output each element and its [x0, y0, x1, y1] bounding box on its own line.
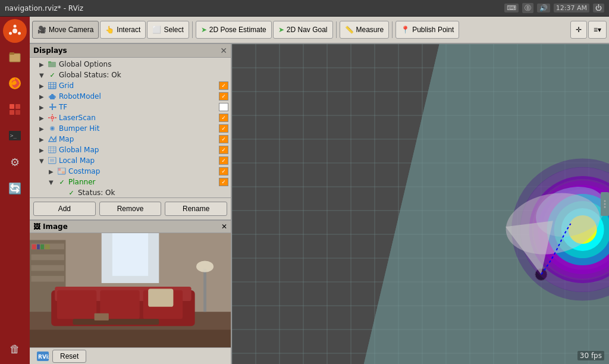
tree-item-tf[interactable]: ▶ TF — [30, 102, 231, 112]
toolbar-sep-2 — [336, 21, 337, 38]
tree-item-grid[interactable]: ▶ Grid — [30, 80, 231, 91]
select-button[interactable]: ⬜ Select — [147, 21, 189, 39]
arrow-bumper-hit: ▶ — [39, 125, 46, 132]
main-layout: >_ ⚙ 🔄 🗑 🎥 Move Camera 👆 Interact ⬜ — [0, 17, 609, 364]
files-icon[interactable] — [3, 45, 27, 69]
tree-item-local-map[interactable]: ▼ Local Map — [30, 155, 231, 166]
checkbox-map[interactable] — [219, 135, 228, 143]
checkbox-laser-scan[interactable] — [219, 114, 228, 122]
svg-text:RViz: RViz — [38, 354, 49, 360]
titlebar: navigation.rviz* - RViz ⌨ Ⓑ 🔊 12:37 AM ⏻ — [0, 0, 609, 17]
displays-tree[interactable]: ▶ Global Options ▼ ✓ Global Status: Ok — [30, 58, 231, 197]
svg-rect-62 — [57, 290, 96, 319]
bottom-bar: RViz Reset — [30, 347, 231, 364]
move-camera-button[interactable]: 🎥 Move Camera — [32, 21, 99, 39]
titlebar-controls: ⌨ Ⓑ 🔊 12:37 AM ⏻ — [504, 3, 604, 13]
rviz-label: RViz — [33, 350, 52, 362]
arrow-global-map: ▶ — [39, 147, 46, 153]
add-button[interactable]: Add — [33, 202, 96, 216]
terminal-icon[interactable]: >_ — [3, 124, 27, 148]
tree-item-bumper-hit[interactable]: ▶ Bumper Hit — [30, 123, 231, 134]
svg-rect-8 — [10, 104, 14, 109]
pose-estimate-button[interactable]: ➤ 2D Pose Estimate — [196, 21, 272, 39]
remove-button[interactable]: Remove — [99, 202, 162, 216]
nav-goal-button[interactable]: ➤ 2D Nav Goal — [273, 21, 333, 39]
publish-point-button[interactable]: 📍 Publish Point — [395, 21, 459, 39]
svg-point-4 — [9, 32, 12, 35]
check-icon-status: ✓ — [67, 189, 76, 197]
measure-icon: 📏 — [345, 26, 354, 34]
apps-icon[interactable] — [3, 98, 27, 121]
arrow-local-map: ▼ — [39, 158, 46, 164]
tree-item-planner[interactable]: ▼ ✓ Planner — [30, 177, 231, 187]
arrow-grid: ▶ — [39, 83, 46, 89]
reset-button[interactable]: Reset — [52, 350, 86, 363]
svg-rect-68 — [73, 319, 159, 325]
image-panel-close[interactable]: ✕ — [221, 222, 227, 231]
svg-rect-11 — [15, 110, 20, 115]
more-button[interactable]: ≡▾ — [588, 21, 607, 39]
keyboard-icon: ⌨ — [504, 4, 519, 12]
global-map-icon — [48, 146, 57, 154]
label-local-map: Local Map — [59, 156, 216, 165]
svg-rect-37 — [48, 146, 56, 153]
tree-item-global-map[interactable]: ▶ Global Map — [30, 145, 231, 155]
checkbox-robot-model[interactable] — [219, 92, 228, 101]
crosshair-button[interactable]: ✛ — [570, 21, 587, 39]
tree-item-laser-scan[interactable]: ▶ LaserScan — [30, 112, 231, 123]
settings-icon[interactable]: ⚙ — [3, 150, 27, 174]
right-panel: 🎥 Move Camera 👆 Interact ⬜ Select ➤ 2D P… — [30, 17, 609, 364]
tree-item-costmap[interactable]: ▶ Costmap — [30, 166, 231, 177]
interact-label: Interact — [117, 26, 140, 34]
tree-item-robot-model[interactable]: ▶ RobotModel — [30, 91, 231, 102]
checkbox-grid[interactable] — [219, 81, 228, 90]
displays-close-button[interactable]: ✕ — [220, 46, 227, 55]
svg-rect-58 — [45, 244, 49, 249]
label-global-map: Global Map — [59, 146, 216, 154]
checkbox-global-map[interactable] — [219, 146, 228, 154]
tree-item-status-ok[interactable]: ✓ Status: Ok — [30, 187, 231, 197]
rename-button[interactable]: Rename — [165, 202, 227, 216]
viewport[interactable]: 30 fps — [232, 44, 609, 364]
svg-rect-65 — [148, 289, 173, 307]
svg-point-74 — [604, 203, 606, 205]
toolbar: 🎥 Move Camera 👆 Interact ⬜ Select ➤ 2D P… — [30, 17, 609, 44]
interact-button[interactable]: 👆 Interact — [100, 21, 146, 39]
fps-display: 30 fps — [577, 351, 604, 360]
select-label: Select — [164, 26, 183, 34]
arrow-laser-scan: ▶ — [39, 115, 46, 121]
update-icon[interactable]: 🔄 — [3, 176, 27, 200]
svg-point-1 — [12, 29, 17, 33]
tree-item-global-options[interactable]: ▶ Global Options — [30, 59, 231, 70]
room-image-svg — [30, 233, 231, 347]
label-robot-model: RobotModel — [59, 92, 216, 101]
power-icon: ⏻ — [593, 4, 604, 12]
svg-rect-57 — [40, 244, 44, 249]
svg-rect-21 — [50, 95, 55, 99]
checkbox-planner[interactable] — [219, 178, 228, 186]
label-global-options: Global Options — [59, 60, 228, 68]
label-laser-scan: LaserScan — [59, 114, 216, 122]
svg-point-73 — [604, 200, 606, 202]
resize-handle[interactable] — [601, 192, 609, 216]
label-global-status: Global Status: Ok — [59, 71, 228, 79]
svg-rect-70 — [30, 330, 231, 347]
checkbox-bumper-hit[interactable] — [219, 124, 228, 133]
ubuntu-icon[interactable] — [3, 19, 27, 43]
viewport-canvas — [232, 44, 609, 364]
map-icon — [48, 135, 57, 143]
bluetooth-icon: Ⓑ — [522, 3, 533, 13]
costmap-icon — [57, 167, 67, 175]
svg-rect-9 — [15, 104, 20, 109]
tree-item-map[interactable]: ▶ Map — [30, 134, 231, 145]
firefox-icon[interactable] — [3, 71, 27, 95]
checkbox-tf[interactable] — [219, 103, 228, 111]
measure-button[interactable]: 📏 Measure — [340, 21, 390, 39]
checkbox-local-map[interactable] — [219, 156, 228, 165]
displays-panel: Displays ✕ ▶ Global Options — [30, 44, 231, 219]
checkbox-costmap[interactable] — [219, 167, 228, 175]
svg-rect-45 — [58, 168, 61, 171]
tree-item-global-status[interactable]: ▼ ✓ Global Status: Ok — [30, 70, 231, 80]
arrow-robot-model: ▶ — [39, 93, 46, 100]
trash-icon[interactable]: 🗑 — [3, 337, 27, 360]
